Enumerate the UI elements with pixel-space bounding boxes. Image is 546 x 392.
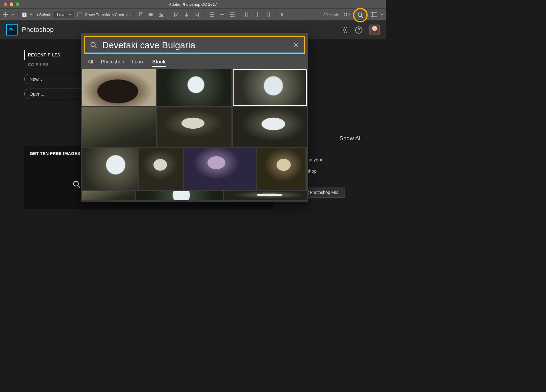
distribute-right-button[interactable] (264, 11, 271, 18)
svg-point-47 (359, 31, 359, 32)
sidebar-item-label: CC FILES (28, 62, 49, 67)
open-button[interactable]: Open... (24, 89, 86, 99)
tab-all[interactable]: All (88, 59, 93, 67)
close-window-button[interactable] (4, 2, 7, 6)
new-button[interactable]: New... (24, 74, 86, 84)
logo-text: Ps (9, 27, 14, 32)
stock-result-thumb[interactable] (257, 148, 305, 190)
distribute-bottom-button[interactable] (229, 11, 236, 18)
distribute-left-button[interactable] (244, 11, 251, 18)
stock-result-thumb[interactable] (157, 107, 231, 147)
divider (18, 11, 19, 18)
app-name: Photoshop (22, 26, 54, 34)
tab-label: Learn (132, 59, 144, 64)
clear-search-button[interactable] (293, 42, 299, 48)
align-horizontal-centers-button[interactable] (183, 11, 190, 18)
distribute-top-button[interactable] (208, 11, 215, 18)
show-all-link[interactable]: Show All (339, 135, 362, 142)
3d-orbit-icon[interactable] (343, 12, 350, 17)
search-button[interactable] (357, 12, 363, 18)
svg-line-42 (361, 16, 363, 18)
search-icon (73, 181, 81, 188)
show-transform-controls-checkbox[interactable] (77, 12, 82, 17)
svg-rect-16 (196, 13, 198, 14)
maximize-window-button[interactable] (16, 2, 19, 6)
help-icon[interactable] (355, 26, 362, 33)
auto-select-label: Auto-Select: (30, 12, 51, 17)
auto-select-value: Layer (57, 12, 67, 17)
search-bar-highlight (84, 36, 305, 54)
tab-learn[interactable]: Learn (132, 59, 144, 67)
tab-label: Photoshop (101, 59, 124, 64)
tab-stock[interactable]: Stock (152, 59, 166, 67)
3d-mode-label: 3D Mode: (323, 12, 340, 17)
align-top-edges-button[interactable] (137, 11, 144, 18)
divider (169, 11, 169, 18)
gear-icon[interactable] (340, 26, 348, 33)
titlebar: Adobe Photoshop CC 2017 (0, 0, 386, 9)
align-vertical-centers-button[interactable] (147, 11, 155, 18)
sidebar-item-label: RECENT FILES (28, 52, 60, 57)
auto-select-dropdown[interactable]: Layer (54, 12, 75, 18)
avatar[interactable] (369, 25, 380, 35)
auto-select-checkbox[interactable] (22, 12, 27, 17)
svg-point-48 (74, 181, 79, 186)
search-popup: All Photoshop Learn Stock (81, 33, 308, 202)
options-bar: Auto-Select: Layer Show Transform Contro… (0, 9, 386, 21)
svg-rect-2 (141, 13, 142, 15)
stock-result-thumb[interactable] (82, 107, 156, 147)
stock-result-thumb[interactable] (82, 191, 135, 200)
align-right-edges-button[interactable] (193, 11, 201, 18)
svg-rect-8 (162, 14, 163, 16)
svg-line-51 (95, 46, 97, 48)
svg-rect-43 (371, 12, 377, 17)
stock-result-thumb[interactable] (136, 191, 223, 200)
svg-line-49 (78, 186, 80, 188)
align-left-edges-button[interactable] (173, 11, 180, 18)
svg-rect-1 (139, 13, 140, 16)
more-align-button[interactable] (279, 11, 286, 18)
search-icon (90, 42, 97, 49)
stock-result-thumb[interactable] (184, 148, 256, 190)
distribute-vertical-button[interactable] (218, 11, 226, 18)
sidebar-item-cc-files[interactable]: CC FILES (24, 60, 82, 69)
svg-rect-11 (175, 15, 177, 16)
stock-result-thumb[interactable] (233, 69, 307, 106)
stock-result-thumb[interactable] (82, 148, 138, 190)
window-controls (0, 2, 19, 6)
divider (240, 11, 240, 18)
search-highlight-ring (353, 8, 368, 22)
minimize-window-button[interactable] (10, 2, 13, 6)
sidebar-item-recent-files[interactable]: RECENT FILES (24, 50, 82, 60)
distribute-horizontal-button[interactable] (254, 11, 261, 18)
stock-result-thumb[interactable] (224, 191, 307, 200)
svg-point-41 (358, 13, 362, 17)
search-input[interactable] (102, 40, 289, 51)
search-results-grid (81, 69, 308, 191)
open-button-label: Open... (29, 91, 44, 96)
move-tool-icon[interactable] (2, 12, 8, 18)
stock-result-thumb[interactable] (157, 69, 231, 106)
align-bottom-edges-button[interactable] (158, 11, 165, 18)
chevron-down-icon (69, 13, 72, 16)
tab-photoshop[interactable]: Photoshop (101, 59, 124, 67)
search-tabs: All Photoshop Learn Stock (81, 57, 308, 69)
svg-rect-10 (175, 13, 177, 14)
tool-preset-chevron-icon[interactable] (12, 13, 15, 16)
stock-result-thumb[interactable] (139, 148, 183, 190)
panel-layout-button[interactable] (371, 12, 377, 17)
search-bar (85, 37, 304, 53)
sidebar: RECENT FILES CC FILES New... Open... (24, 50, 82, 99)
show-transform-controls-label: Show Transform Controls (85, 12, 130, 17)
stock-result-thumb[interactable] (233, 107, 307, 147)
svg-rect-7 (160, 13, 161, 16)
divider (204, 11, 204, 18)
new-button-label: New... (29, 76, 42, 82)
stock-result-thumb[interactable] (82, 69, 156, 106)
window-title: Adobe Photoshop CC 2017 (0, 2, 386, 7)
divider (133, 11, 133, 18)
photoshop-logo: Ps (6, 24, 18, 35)
tab-label: Stock (152, 59, 166, 64)
tab-label: All (88, 59, 93, 64)
workspace-chevron-icon[interactable] (380, 13, 383, 16)
